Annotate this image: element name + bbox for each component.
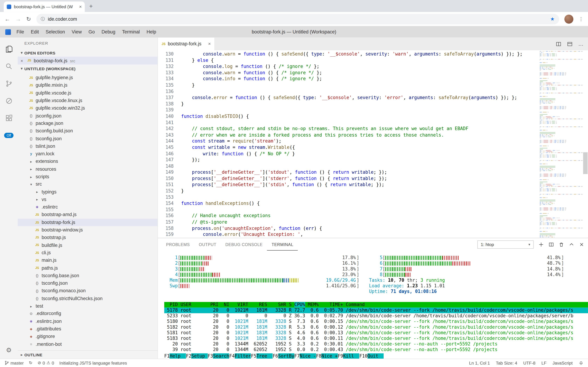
new-terminal-icon[interactable] [538,242,544,247]
tree-item-label: tsconfig.strictNullChecks.json [42,296,103,301]
url-text[interactable]: ide.coder.com [48,16,547,22]
terminal-select[interactable]: 1: htop ▾ [477,240,534,249]
menu-terminal[interactable]: Terminal [119,29,143,34]
tree-item-gulpfile.vscode.js[interactable]: JSgulpfile.vscode.js [18,89,157,97]
tree-item-bootstrap-window.js[interactable]: JSbootstrap-window.js [18,226,157,234]
outline-header[interactable]: ▸ OUTLINE [18,350,157,359]
tree-item-extensions[interactable]: ▸extensions [18,158,157,165]
panel-tab-terminal[interactable]: TERMINAL [267,238,298,250]
tree-item-tsconfig.json[interactable]: {}tsconfig.json [18,279,157,287]
browser-tab[interactable]: bootstrap-fork.js — Untitled (W × [4,1,85,12]
tree-item-typings[interactable]: ▸typings [18,188,157,196]
close-editor-icon[interactable]: × [21,58,26,63]
tree-item-paths.js[interactable]: JSpaths.js [18,264,157,272]
profile-avatar[interactable] [564,14,573,23]
close-tab-icon[interactable]: × [79,4,82,9]
maximize-panel-icon[interactable] [569,242,574,247]
tree-item-bootstrap-amd.js[interactable]: JSbootstrap-amd.js [18,211,157,218]
panel-tab-problems[interactable]: PROBLEMS [162,238,194,250]
tree-item-.eslintrc[interactable]: ◉.eslintrc [18,203,157,211]
back-icon[interactable]: ← [5,16,10,22]
tree-item-.eslintrc.json[interactable]: ◉.eslintrc.json [18,317,157,325]
terminal[interactable]: 1[17.8%]5[41.8%]2[16.1%]6[48.7%]3[13.8%]… [158,250,588,359]
search-icon[interactable] [0,58,18,75]
forward-icon[interactable]: → [15,16,21,22]
tree-item-.gitattributes[interactable]: ◆.gitattributes [18,325,157,333]
tree-item-bootstrap.js[interactable]: JSbootstrap.js [18,234,157,241]
notifications-bell-icon[interactable] [579,360,583,366]
tree-item-gulpfile.vscode.win32.js[interactable]: JSgulpfile.vscode.win32.js [18,104,157,112]
tree-item-yarn.lock[interactable]: yyarn.lock [18,150,157,158]
tree-item-resources[interactable]: ▸resources [18,165,157,173]
tree-item-gulpfile.hygiene.js[interactable]: JSgulpfile.hygiene.js [18,74,157,81]
bookmark-star-icon[interactable]: ★ [550,16,555,22]
reload-icon[interactable]: ↻ [26,16,31,22]
editor-tab[interactable]: JS bootstrap-fork.js × [158,37,215,50]
tree-item-tsconfig.json[interactable]: {}tsconfig.json [18,135,157,142]
close-editor-tab-icon[interactable]: × [208,41,211,47]
kill-terminal-icon[interactable] [559,242,564,247]
off-badge[interactable]: Off [4,133,14,138]
tree-item-.mention-bot[interactable]: ≡.mention-bot [18,340,157,348]
workspace-header[interactable]: ▾ UNTITLED (WORKSPACE) [18,64,157,72]
menu-file[interactable]: File [13,29,27,34]
new-tab-button[interactable]: + [89,3,93,10]
layout-icon[interactable] [567,41,573,47]
explorer-icon[interactable] [0,41,18,58]
tree-item-tsconfig.base.json[interactable]: {}tsconfig.base.json [18,272,157,279]
circle-slash-icon[interactable] [0,92,18,110]
more-actions-icon[interactable]: … [578,41,583,47]
tree-item-tsconfig.build.json[interactable]: {}tsconfig.build.json [18,127,157,135]
code-editor[interactable]: 130 console.warn = function () { safeSen… [158,50,588,238]
tree-item-buildfile.js[interactable]: JSbuildfile.js [18,242,157,249]
split-terminal-icon[interactable] [549,242,554,247]
tree-item-cli.js[interactable]: JScli.js [18,249,157,257]
tree-item-gulpfile.vscode.linux.js[interactable]: JSgulpfile.vscode.linux.js [18,97,157,104]
scrollbar-thumb[interactable] [583,152,588,174]
close-panel-icon[interactable] [579,242,584,247]
address-bar[interactable]: ⓘ ide.coder.com ★ [36,14,559,24]
open-editors-header[interactable]: ▾ OPEN EDITORS [18,49,157,57]
menu-help[interactable]: Help [143,29,160,34]
branch-status[interactable]: master [5,360,24,366]
panel-tab-output[interactable]: OUTPUT [194,238,221,250]
menu-selection[interactable]: Selection [42,29,68,34]
tree-item-bootstrap-fork.js[interactable]: JSbootstrap-fork.js [18,218,157,226]
git-file-icon: ◆ [28,335,34,338]
tree-item-.gitignore[interactable]: ◆.gitignore [18,333,157,340]
tree-item-vs[interactable]: ▸vs [18,196,157,203]
tree-item-test[interactable]: ▸test [18,302,157,310]
source-control-icon[interactable] [0,75,18,92]
minimap[interactable] [538,50,583,238]
panel-tab-debug-console[interactable]: DEBUG CONSOLE [221,238,267,250]
tab-size[interactable]: Tab Size: 4 [496,361,517,365]
editor-scrollbar[interactable] [583,50,588,238]
split-editor-icon[interactable] [556,41,561,47]
eol[interactable]: LF [541,361,547,365]
tree-item-src[interactable]: ▾src [18,181,157,188]
menu-debug[interactable]: Debug [98,29,119,34]
language-mode[interactable]: JavaScript [553,361,573,365]
tree-item-.editorconfig[interactable]: ⚙.editorconfig [18,310,157,317]
tree-item-main.js[interactable]: JSmain.js [18,257,157,264]
tree-item-jsconfig.json[interactable]: {}jsconfig.json [18,112,157,119]
sync-icon[interactable]: ↻ [29,360,32,366]
open-editor-item[interactable]: × JS bootstrap-fork.js src [18,57,157,64]
tree-item-tsconfig.strictNullChecks.json[interactable]: {}tsconfig.strictNullChecks.json [18,295,157,302]
menu-go[interactable]: Go [85,29,98,34]
menu-view[interactable]: View [68,29,85,34]
tree-item-tslint.json[interactable]: {}tslint.json [18,142,157,150]
tree-item-tsconfig.monaco.json[interactable]: {}tsconfig.monaco.json [18,287,157,294]
menu-edit[interactable]: Edit [27,29,42,34]
tree-item-scripts[interactable]: ▸scripts [18,173,157,180]
cursor-position[interactable]: Ln 1, Col 1 [469,361,490,365]
htop-function-keys: F1Help F2Setup F3SearchF4FilterF5Tree F6… [164,353,588,359]
extensions-icon[interactable] [0,110,18,127]
browser-menu-icon[interactable]: ⋮ [579,16,583,22]
problems-status[interactable]: ⊘ 0 ⚠ 0 [38,360,54,366]
site-info-icon[interactable]: ⓘ [41,16,45,22]
tree-item-gulpfile.mixin.js[interactable]: JSgulpfile.mixin.js [18,81,157,89]
tree-item-package.json[interactable]: {}package.json [18,120,157,127]
settings-gear-icon[interactable]: ⚙ [6,346,12,354]
encoding[interactable]: UTF-8 [523,361,536,365]
